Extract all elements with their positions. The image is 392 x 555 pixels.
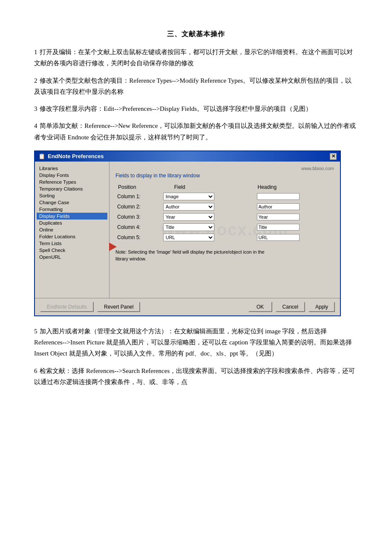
paragraph-4: 4 简单添加文献：Reference-->New Reference，可以添加新… [34, 120, 358, 143]
dialog-note: Note: Selecting the 'Image' field will d… [115, 249, 277, 263]
col-header-position: Position [115, 183, 161, 191]
col4-field-cell: Title [161, 222, 255, 232]
para-num-5: 5 [34, 328, 37, 335]
col1-label: Column 1: [115, 191, 161, 202]
col2-label: Column 2: [115, 202, 161, 212]
dialog-icon: 📋 [38, 153, 45, 159]
footer-right-buttons: OK Cancel Apply [248, 302, 335, 312]
sidebar-item-openurl[interactable]: OpenURL [37, 254, 107, 260]
apply-button[interactable]: Apply [308, 302, 335, 312]
para-text-4: 简单添加文献：Reference-->New Reference，可以添加新文献… [34, 122, 356, 140]
col3-heading-cell [255, 212, 334, 222]
col5-heading-cell [255, 232, 334, 243]
dialog-content: Libraries Display Fonts Reference Types … [35, 162, 340, 298]
col2-heading-cell [255, 202, 334, 212]
para-num-2: 2 [34, 77, 37, 84]
sidebar-item-formatting[interactable]: Formatting [37, 206, 107, 213]
dialog-titlebar: 📋 EndNote Preferences ✕ [35, 151, 340, 162]
col5-field-select[interactable]: URL [163, 234, 214, 241]
para-num-1: 1 [34, 49, 37, 55]
para-num-6: 6 [34, 367, 37, 374]
table-row-col2: Column 2: Author [115, 202, 334, 212]
col4-field-select[interactable]: Title [163, 223, 214, 231]
para-text-2: 修改某个类型文献包含的项目：Reference Types-->Modify R… [34, 77, 352, 95]
paragraph-5: 5 加入图片或者对象（管理全文就用这个方法）：在文献编辑画面里，光标定位到 im… [34, 326, 358, 359]
col1-heading-input[interactable] [257, 193, 300, 200]
footer-left-buttons: EndNote Defaults Revert Panel [40, 302, 140, 312]
para-text-3: 修改字段栏显示内容：Edit-->Preferences-->Display F… [40, 105, 312, 112]
fields-title: Fields to display in the library window [115, 173, 334, 179]
col3-field-cell: Year [161, 212, 255, 222]
dialog-footer: EndNote Defaults Revert Panel OK Cancel … [35, 298, 340, 315]
sidebar-item-sorting[interactable]: Sorting [37, 192, 107, 199]
col4-label: Column 4: [115, 222, 161, 232]
dialog-main-area: www.docx.com www.bbioo.com Fields to dis… [110, 162, 340, 298]
endnote-defaults-button[interactable]: EndNote Defaults [40, 302, 94, 312]
col-header-field: Field [161, 183, 255, 191]
dialog-close-button[interactable]: ✕ [330, 153, 337, 160]
col5-field-cell: URL [161, 232, 255, 243]
col5-heading-input[interactable] [257, 234, 300, 241]
para-num-4: 4 [34, 122, 37, 129]
table-row-col3: Column 3: Year [115, 212, 334, 222]
sidebar-item-display-fields[interactable]: Display Fields [37, 213, 107, 220]
sidebar-item-libraries[interactable]: Libraries [37, 165, 107, 172]
sidebar-item-reference-types[interactable]: Reference Types [37, 179, 107, 185]
col2-heading-input[interactable] [257, 203, 300, 210]
revert-panel-button[interactable]: Revert Panel [97, 302, 140, 312]
col1-heading-cell [255, 191, 334, 202]
para-num-3: 3 [34, 105, 37, 112]
ok-button[interactable]: OK [248, 302, 272, 312]
sidebar-item-term-lists[interactable]: Term Lists [37, 240, 107, 247]
dialog-title-text: EndNote Preferences [48, 153, 104, 159]
sidebar-list: Libraries Display Fonts Reference Types … [37, 165, 107, 260]
sidebar-item-temporary-citations[interactable]: Temporary Citations [37, 185, 107, 192]
paragraph-1: 1 打开及编辑：在某个文献上双击鼠标左键或者按回车，都可以打开文献，显示它的详细… [34, 46, 358, 69]
cancel-button[interactable]: Cancel [276, 302, 305, 312]
col5-label: Column 5: [115, 232, 161, 243]
table-row-col1: Column 1: Image [115, 191, 334, 202]
sidebar-item-online[interactable]: Online [37, 226, 107, 233]
fields-table: Position Field Heading Column 1: Image [115, 183, 334, 243]
col4-heading-input[interactable] [257, 224, 300, 231]
paragraph-6: 6 检索文献：选择 References-->Search References… [34, 365, 358, 388]
sidebar-item-duplicates[interactable]: Duplicates [37, 220, 107, 226]
dialog-body: Libraries Display Fonts Reference Types … [35, 162, 340, 315]
section-title: 三、文献基本操作 [34, 30, 358, 39]
table-row-col5: Column 5: URL [115, 232, 334, 243]
col3-heading-input[interactable] [257, 214, 300, 220]
col1-field-select[interactable]: Image [163, 193, 214, 200]
dialog-sidebar: Libraries Display Fonts Reference Types … [35, 162, 110, 298]
col3-field-select[interactable]: Year [163, 213, 214, 221]
sidebar-item-spell-check[interactable]: Spell Check [37, 247, 107, 254]
sidebar-item-change-case[interactable]: Change Case [37, 199, 107, 206]
para-text-1: 打开及编辑：在某个文献上双击鼠标左键或者按回车，都可以打开文献，显示它的详细资料… [34, 49, 353, 66]
endnote-dialog: 📋 EndNote Preferences ✕ Libraries Displa… [34, 150, 341, 316]
col2-field-cell: Author [161, 202, 255, 212]
col2-field-select[interactable]: Author [163, 203, 214, 211]
dialog-title-left: 📋 EndNote Preferences [38, 153, 104, 159]
col3-label: Column 3: [115, 212, 161, 222]
paragraph-3: 3 修改字段栏显示内容：Edit-->Preferences-->Display… [34, 103, 358, 114]
col1-field-cell: Image [161, 191, 255, 202]
sidebar-item-display-fonts[interactable]: Display Fonts [37, 172, 107, 179]
col-header-heading: Heading [255, 183, 334, 191]
paragraph-2: 2 修改某个类型文献包含的项目：Reference Types-->Modify… [34, 75, 358, 98]
para-text-5: 加入图片或者对象（管理全文就用这个方法）：在文献编辑画面里，光标定位到 imag… [34, 328, 352, 357]
sidebar-item-folder-locations[interactable]: Folder Locations [37, 233, 107, 240]
dialog-website: www.bbioo.com [115, 166, 334, 171]
para-text-6: 检索文献：选择 References-->Search References，出… [34, 367, 355, 385]
col4-heading-cell [255, 222, 334, 232]
table-row-col4: Column 4: Title [115, 222, 334, 232]
